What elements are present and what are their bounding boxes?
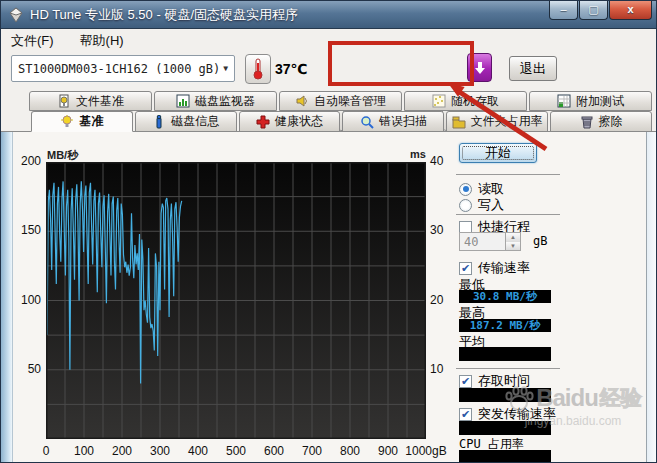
x-tick: 900 [378,444,398,458]
maximize-button[interactable]: ▢ [579,1,608,20]
window-title: HD Tune 专业版 5.50 - 硬盘/固态硬盘实用程序 [30,6,298,24]
transfer-rate-label: 传输速率 [478,259,530,277]
cpu-usage-value [459,450,551,463]
y-tick-right: 30 [430,223,443,237]
tab-random-access[interactable]: 随机存取 [404,91,527,111]
benchmark-icon [60,115,74,129]
download-icon [474,61,486,75]
tab-label: 擦除 [599,113,623,130]
max-value: 187.2 MB/秒 [459,319,551,332]
tab-label: 健康状态 [275,113,323,130]
tab-disk-monitor[interactable]: 磁盘监视器 [154,91,277,111]
tab-folder-usage[interactable]: 文件夹占用率 [446,111,548,132]
tab-label: 随机存取 [451,93,499,110]
tab-label: 磁盘信息 [171,113,219,130]
x-tick: 1000gB [405,444,446,458]
menubar: 文件(F) 帮助(H) [2,30,657,51]
spinner-up-icon: ▲ [506,233,520,242]
access-time-value [459,388,551,402]
tab-erase[interactable]: 擦除 [550,111,652,132]
burst-rate-value [459,421,551,435]
radio-selected-icon [459,183,472,196]
tab-health[interactable]: 健康状态 [239,111,341,132]
titlebar[interactable]: HD Tune 专业版 5.50 - 硬盘/固态硬盘实用程序 – ▢ x [1,1,657,29]
erase-icon [580,115,594,129]
y-tick-right: 40 [430,154,443,168]
drive-select[interactable]: ST1000DM003-1CH162 (1000 gB) ▼ [11,55,235,82]
close-button[interactable]: x [609,1,652,20]
checkbox-checked-icon: ✔ [459,408,472,421]
tabrow-secondary: 文件基准 磁盘监视器 自动噪音管理 随机存取 附加测试 [1,91,657,111]
tab-label: 磁盘监视器 [195,93,255,110]
tab-label: 基准 [79,113,103,130]
divider [456,214,560,215]
benchmark-page: MB/秒 ms 20015010050403020100100200300400… [1,131,657,463]
chart-plot [46,162,426,439]
transfer-rate-checkbox[interactable]: ✔ 传输速率 [459,259,530,277]
menu-file[interactable]: 文件(F) [11,32,54,50]
menu-help[interactable]: 帮助(H) [80,32,124,50]
min-value: 30.8 MB/秒 [459,290,551,303]
avg-value [459,347,551,361]
checkbox-checked-icon: ✔ [459,375,472,388]
y-tick-right: 10 [430,362,443,376]
file-benchmark-icon [57,94,71,108]
tab-benchmark[interactable]: 基准 [31,111,133,132]
extra-tests-icon [557,94,571,108]
x-tick: 200 [112,444,132,458]
aam-icon [295,94,309,108]
download-button[interactable] [467,53,492,82]
x-tick: 0 [43,444,50,458]
short-stroke-value: 40 [460,233,505,250]
folder-usage-icon [452,115,466,129]
x-tick: 300 [150,444,170,458]
y-tick-right: 20 [430,293,443,307]
chevron-down-icon: ▼ [223,64,228,73]
drive-select-value: ST1000DM003-1CH162 (1000 gB) [18,62,220,76]
checkbox-checked-icon: ✔ [459,262,472,275]
benchmark-chart: MB/秒 ms 20015010050403020100100200300400… [1,132,451,463]
short-stroke-unit: gB [533,234,547,248]
y-tick-left: 100 [3,293,41,307]
tab-label: 自动噪音管理 [314,93,386,110]
y-tick-left: 200 [3,154,41,168]
tab-label: 附加测试 [576,93,624,110]
tab-extra-tests[interactable]: 附加测试 [529,91,652,111]
short-stroke-spinner[interactable]: 40 ▲▼ [459,232,521,251]
hdtune-window: HD Tune 专业版 5.50 - 硬盘/固态硬盘实用程序 – ▢ x 文件(… [0,0,657,463]
x-tick: 700 [302,444,322,458]
toolbar: ST1000DM003-1CH162 (1000 gB) ▼ 37℃ [1,51,657,91]
tab-error-scan[interactable]: 错误扫描 [342,111,444,132]
spinner-arrows[interactable]: ▲▼ [505,233,520,250]
health-icon [256,115,270,129]
benchmark-control-panel: 开始 读取 写入 快捷行程 40 ▲▼ gB ✔ [451,132,647,463]
y-axis-right-label: ms [410,148,426,160]
write-radio[interactable]: 写入 [459,196,504,214]
divider [456,368,560,369]
random-access-icon [432,94,446,108]
y-axis-left-label: MB/秒 [47,148,78,163]
x-tick: 500 [226,444,246,458]
divider [456,174,560,175]
tab-label: 错误扫描 [379,113,427,130]
minimize-button[interactable]: – [549,1,578,20]
thermometer-icon [252,58,264,80]
window-frame-right [646,132,657,463]
x-tick: 800 [340,444,360,458]
tab-disk-info[interactable]: 磁盘信息 [135,111,237,132]
start-button[interactable]: 开始 [459,143,537,163]
x-tick: 600 [264,444,284,458]
x-tick: 100 [74,444,94,458]
tab-label: 文件基准 [76,93,124,110]
y-tick-left: 150 [3,223,41,237]
y-tick-left: 50 [3,362,41,376]
tab-file-benchmark[interactable]: 文件基准 [29,91,152,111]
exit-button[interactable]: 退出 [509,56,557,81]
tab-label: 文件夹占用率 [471,113,543,130]
write-radio-label: 写入 [478,196,504,214]
radio-icon [459,199,472,212]
disk-info-icon [152,115,166,129]
tab-aam[interactable]: 自动噪音管理 [279,91,402,111]
app-icon [8,7,24,23]
temperature-button[interactable] [245,54,271,84]
